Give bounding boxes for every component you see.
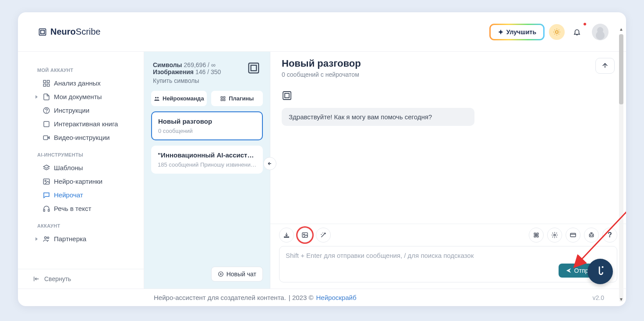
sidebar: МОЙ АККАУНТ Анализ данных Мои документы … — [18, 52, 144, 289]
puzzle-icon — [533, 232, 540, 239]
sidebar-item-images[interactable]: Нейро-картинки — [18, 175, 144, 188]
svg-rect-0 — [39, 29, 46, 35]
tool-help[interactable]: ? — [602, 228, 617, 243]
message-input[interactable] — [286, 252, 612, 259]
buy-symbols-link[interactable]: Купить символы — [153, 77, 199, 84]
new-chat-button[interactable]: Новый чат — [211, 267, 263, 282]
tool-puzzle[interactable] — [529, 228, 544, 243]
scrollbar-down[interactable]: ▼ — [618, 296, 624, 303]
svg-point-12 — [45, 180, 46, 182]
users-icon — [42, 235, 50, 243]
tool-card[interactable] — [566, 228, 580, 243]
sidebar-item-templates[interactable]: Шаблоны — [18, 161, 144, 175]
sidebar-item-book[interactable]: Интерактивная книга — [18, 117, 144, 131]
headphones-icon — [42, 205, 50, 213]
input-container: Отправить — [279, 246, 617, 282]
sidebar-collapse[interactable]: Свернуть — [18, 269, 144, 289]
avatar[interactable] — [592, 24, 609, 40]
conversation-title: "Инновационный AI-ассист… — [158, 151, 256, 159]
svg-rect-3 — [43, 80, 46, 82]
svg-rect-24 — [223, 99, 225, 101]
bot-message: Здравствуйте! Как я могу вам помочь сего… — [282, 108, 474, 126]
tool-robot[interactable] — [584, 228, 599, 243]
svg-rect-28 — [284, 237, 289, 237]
conversation-card[interactable]: "Инновационный AI-ассист… 185 сообщений … — [151, 146, 263, 174]
team-button[interactable]: Нейрокоманда — [151, 91, 207, 106]
tool-magic[interactable] — [316, 228, 331, 243]
svg-point-16 — [47, 237, 49, 239]
footer-brand-link[interactable]: Нейроскрайб — [316, 294, 357, 301]
svg-rect-22 — [223, 96, 225, 98]
sidebar-item-speech[interactable]: Речь в текст — [18, 202, 144, 215]
chat-header: Новый разговор 0 сообщений с нейрочатом — [270, 52, 626, 82]
upgrade-button[interactable]: Улучшить — [489, 24, 545, 40]
svg-rect-32 — [570, 233, 576, 237]
sun-icon — [553, 28, 561, 36]
robot-icon — [588, 232, 595, 239]
rocket-icon — [498, 29, 504, 35]
plugins-button[interactable]: Плагины — [211, 91, 263, 106]
svg-point-34 — [590, 235, 591, 235]
share-icon — [601, 62, 609, 70]
svg-point-8 — [46, 112, 47, 112]
svg-rect-6 — [47, 84, 50, 86]
conversation-sub: 185 сообщений Приношу извинения … — [158, 161, 256, 168]
image-icon — [42, 178, 50, 185]
send-icon — [566, 268, 572, 274]
gear-icon — [551, 232, 558, 239]
svg-point-20 — [157, 96, 159, 98]
chat-bubble-icon — [595, 265, 605, 278]
chat-footer: ? Отправить — [270, 224, 626, 289]
svg-point-15 — [45, 236, 47, 239]
sidebar-item-instructions[interactable]: Инструкции — [18, 103, 144, 117]
conversation-card[interactable]: Новый разговор 0 сообщений — [151, 111, 263, 140]
svg-point-31 — [554, 234, 556, 236]
file-icon — [42, 93, 50, 101]
svg-rect-18 — [251, 65, 257, 71]
collapse-label: Свернуть — [44, 275, 71, 282]
svg-rect-27 — [285, 93, 289, 98]
tool-download[interactable] — [279, 228, 294, 243]
svg-rect-13 — [43, 209, 45, 211]
plugins-icon — [220, 96, 226, 102]
body: МОЙ АККАУНТ Анализ данных Мои документы … — [18, 52, 626, 289]
team-label: Нейрокоманда — [163, 95, 204, 102]
sidebar-item-chat[interactable]: Нейрочат — [18, 188, 144, 202]
collapse-chatlist-button[interactable] — [263, 157, 276, 170]
share-button[interactable] — [595, 58, 615, 74]
card-icon — [570, 232, 577, 239]
team-icon — [154, 96, 160, 102]
svg-point-37 — [602, 266, 603, 268]
bot-avatar-icon — [282, 90, 292, 101]
sidebar-item-video[interactable]: Видео-инструкции — [18, 131, 144, 144]
support-chat-bubble[interactable] — [587, 259, 613, 284]
svg-rect-9 — [44, 121, 49, 127]
usage-meta: Символы 269,696 / ∞ Изображения 146 / 35… — [151, 59, 263, 86]
sidebar-item-docs[interactable]: Мои документы — [18, 90, 144, 103]
tool-image[interactable] — [297, 228, 312, 243]
conversation-title: Новый разговор — [158, 118, 256, 125]
chat-body: Здравствуйте! Как я могу вам помочь сего… — [270, 82, 626, 224]
image-icon — [301, 232, 308, 239]
images-value: 146 / 350 — [195, 68, 221, 75]
svg-rect-1 — [41, 30, 44, 33]
tool-settings[interactable] — [547, 228, 562, 243]
sidebar-item-label: Нейро-картинки — [42, 178, 103, 185]
new-chat-label: Новый чат — [226, 271, 256, 278]
video-icon — [42, 134, 50, 142]
arrow-left-icon — [267, 160, 273, 167]
header: NeuroScribe Улучшить — [18, 12, 626, 52]
logo[interactable]: NeuroScribe — [38, 27, 101, 37]
sidebar-section-acct: АККАУНТ — [18, 215, 144, 232]
theme-toggle[interactable] — [549, 24, 565, 40]
scrollbar-up[interactable]: ▲ — [618, 26, 624, 32]
svg-rect-10 — [43, 136, 48, 139]
sidebar-item-partner[interactable]: Партнерка — [18, 232, 144, 246]
sidebar-item-analytics[interactable]: Анализ данных — [18, 76, 144, 90]
svg-rect-17 — [249, 63, 259, 73]
collapse-icon — [33, 275, 40, 282]
svg-point-19 — [155, 96, 157, 98]
chat-title: Новый разговор — [282, 58, 590, 69]
notifications-button[interactable] — [569, 24, 585, 40]
svg-rect-26 — [283, 92, 291, 100]
